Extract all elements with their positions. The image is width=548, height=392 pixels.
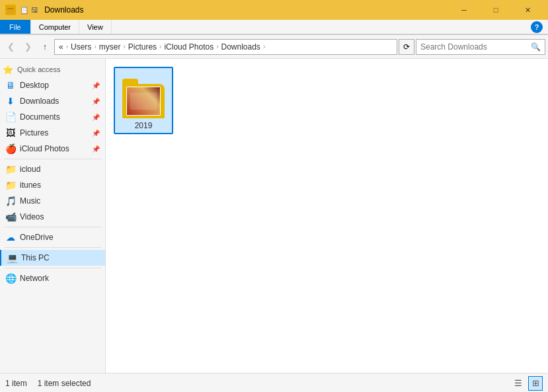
sidebar-item-itunes[interactable]: 📁 itunes [0, 177, 105, 193]
documents-icon: 📄 [5, 112, 16, 122]
folder-item-2019[interactable]: 2019 [114, 67, 173, 134]
sidebar-item-icloud-photos[interactable]: 🍎 iCloud Photos 📌 [0, 141, 105, 157]
breadcrumb-users[interactable]: Users [69, 42, 93, 52]
sidebar-item-music[interactable]: 🎵 Music [0, 193, 105, 209]
onedrive-icon: ☁ [5, 232, 16, 243]
sidebar: ⭐ Quick access 🖥 Desktop 📌 ⬇ Downloads 📌… [0, 59, 106, 373]
title-bar-left: 📋 🖫 ​ Downloads [5, 5, 84, 15]
sidebar-divider-3 [4, 247, 101, 248]
search-box: 🔍 [416, 39, 545, 55]
status-bar: 1 item 1 item selected ☰ ⊞ [0, 373, 548, 392]
music-icon: 🎵 [5, 196, 16, 206]
tab-view[interactable]: View [79, 20, 112, 34]
sidebar-item-documents[interactable]: 📄 Documents 📌 [0, 109, 105, 125]
folder-label: 2019 [135, 121, 153, 130]
minimize-button[interactable]: ─ [449, 0, 479, 20]
item-count: 1 item [5, 379, 27, 388]
breadcrumb-sep-4: › [215, 43, 219, 50]
sidebar-item-icloud[interactable]: 📁 icloud [0, 161, 105, 177]
breadcrumb-icloud-photos[interactable]: iCloud Photos [163, 42, 215, 52]
breadcrumb-myser[interactable]: myser [98, 42, 122, 52]
sidebar-divider-2 [4, 227, 101, 227]
address-bar: « › Users › myser › Pictures › iCloud Ph… [54, 39, 397, 55]
breadcrumb-sep-3: › [158, 43, 163, 50]
search-icon: 🔍 [531, 42, 541, 52]
list-view-button[interactable]: ☰ [511, 376, 526, 391]
maximize-button[interactable]: □ [481, 0, 511, 20]
content-area: 2019 [106, 59, 548, 373]
sidebar-item-label: iCloud Photos [20, 144, 69, 153]
close-button[interactable]: ✕ [512, 0, 543, 20]
grid-view-button[interactable]: ⊞ [528, 376, 543, 391]
ribbon-help: ? [531, 20, 548, 34]
up-button[interactable]: ↑ [37, 39, 53, 55]
sidebar-item-label: Network [20, 274, 49, 283]
breadcrumb-collapse[interactable]: « [58, 42, 65, 52]
sidebar-item-label: Downloads [20, 97, 59, 106]
main-area: ⭐ Quick access 🖥 Desktop 📌 ⬇ Downloads 📌… [0, 59, 548, 373]
back-button[interactable]: ❮ [3, 39, 19, 55]
sidebar-item-label: Pictures [20, 128, 48, 137]
breadcrumb-sep-2: › [122, 43, 126, 50]
sidebar-divider-1 [4, 159, 101, 159]
pin-icon: 📌 [92, 145, 100, 153]
window-icon [5, 5, 16, 15]
title-bar-controls: ─ □ ✕ [449, 0, 543, 20]
sidebar-item-label: Desktop [20, 81, 49, 90]
sidebar-item-videos[interactable]: 📹 Videos [0, 209, 105, 225]
breadcrumb-downloads[interactable]: Downloads [220, 42, 262, 52]
search-input[interactable] [420, 42, 528, 52]
folder-grid: 2019 [111, 64, 543, 137]
refresh-button[interactable]: ⟳ [399, 39, 414, 55]
breadcrumb-sep-5: › [262, 43, 266, 50]
sidebar-item-label: OneDrive [20, 233, 54, 242]
view-controls: ☰ ⊞ [511, 376, 543, 391]
folder-thumbnail [120, 71, 167, 118]
sidebar-item-this-pc[interactable]: 💻 This PC [0, 250, 105, 266]
ribbon: File Computer View ? [0, 20, 548, 35]
breadcrumb-sep-1: › [93, 43, 97, 50]
selected-count: 1 item selected [38, 379, 91, 388]
sidebar-item-desktop[interactable]: 🖥 Desktop 📌 [0, 77, 105, 93]
ribbon-tabs: File Computer View ? [0, 20, 548, 34]
help-button[interactable]: ? [531, 21, 543, 33]
forward-button[interactable]: ❯ [20, 39, 36, 55]
breadcrumb-pictures[interactable]: Pictures [127, 42, 158, 52]
nav-bar: ❮ ❯ ↑ « › Users › myser › Pictures › iCl… [0, 35, 548, 59]
pin-icon: 📌 [92, 82, 100, 89]
downloads-icon: ⬇ [5, 96, 16, 106]
sidebar-header-quick-access: ⭐ Quick access [0, 61, 105, 77]
this-pc-icon: 💻 [7, 253, 17, 263]
sidebar-item-pictures[interactable]: 🖼 Pictures 📌 [0, 125, 105, 141]
sidebar-item-label: itunes [20, 180, 41, 190]
sidebar-item-label: icloud [20, 165, 40, 174]
icloud-folder-icon: 📁 [5, 164, 16, 175]
folder-photo [126, 87, 161, 116]
tab-computer[interactable]: Computer [31, 20, 79, 34]
pin-icon: 📌 [92, 114, 100, 121]
videos-icon: 📹 [5, 212, 16, 222]
network-icon: 🌐 [5, 273, 16, 284]
icloud-photos-icon: 🍎 [5, 143, 16, 154]
pictures-icon: 🖼 [5, 128, 16, 138]
folder-photo-inner [127, 87, 160, 115]
pin-icon: 📌 [92, 98, 100, 105]
svg-rect-1 [7, 9, 14, 13]
sidebar-item-network[interactable]: 🌐 Network [0, 270, 105, 286]
tab-file[interactable]: File [0, 20, 31, 34]
window-title: Downloads [44, 5, 83, 15]
desktop-icon: 🖥 [5, 80, 16, 91]
title-bar-icons: 📋 🖫 ​ [20, 6, 40, 15]
breadcrumb-sep-0: › [65, 43, 69, 50]
sidebar-item-label: This PC [21, 253, 50, 262]
sidebar-item-onedrive[interactable]: ☁ OneDrive [0, 229, 105, 245]
sidebar-item-label: Music [20, 196, 40, 206]
title-bar: 📋 🖫 ​ Downloads ─ □ ✕ [0, 0, 548, 20]
sidebar-divider-4 [4, 268, 101, 268]
pin-icon: 📌 [92, 130, 100, 137]
sidebar-item-downloads[interactable]: ⬇ Downloads 📌 [0, 93, 105, 109]
sidebar-item-label: Documents [20, 112, 60, 122]
sidebar-item-label: Videos [20, 212, 44, 221]
itunes-folder-icon: 📁 [5, 180, 16, 190]
